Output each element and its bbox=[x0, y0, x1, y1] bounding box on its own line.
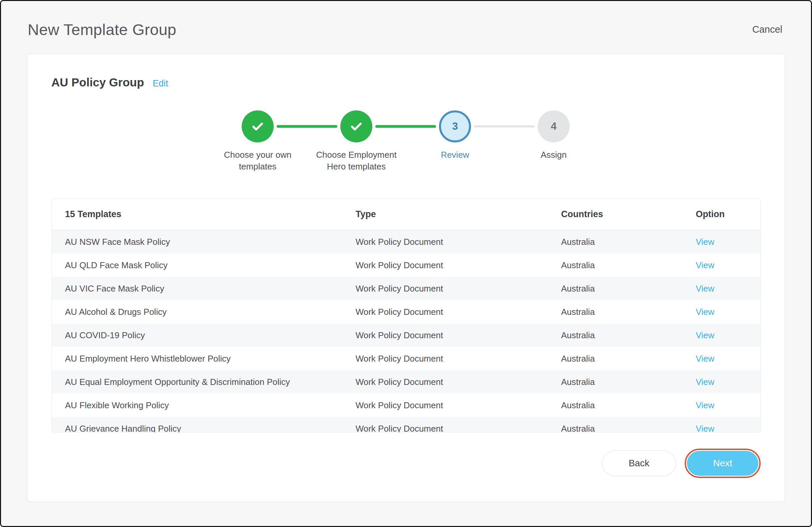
template-name: AU QLD Face Mask Policy bbox=[52, 260, 342, 271]
view-link[interactable]: View bbox=[696, 424, 714, 432]
template-type: Work Policy Document bbox=[342, 377, 548, 387]
stepper: Choose your own templates Choose Employm… bbox=[189, 110, 623, 174]
view-link[interactable]: View bbox=[696, 400, 714, 410]
app-window: New Template Group Cancel AU Policy Grou… bbox=[0, 0, 812, 527]
template-type: Work Policy Document bbox=[342, 284, 548, 294]
template-country: Australia bbox=[548, 330, 682, 341]
step-review: 3 Review bbox=[405, 110, 505, 161]
view-link[interactable]: View bbox=[696, 237, 714, 247]
header-templates-count: 15 Templates bbox=[52, 209, 342, 219]
cancel-button[interactable]: Cancel bbox=[752, 24, 782, 35]
template-name: AU Alcohol & Drugs Policy bbox=[52, 307, 342, 317]
template-name: AU VIC Face Mask Policy bbox=[52, 284, 342, 294]
templates-table: 15 Templates Type Countries Option AU NS… bbox=[51, 198, 761, 432]
group-row: AU Policy Group Edit bbox=[51, 76, 761, 89]
template-country: Australia bbox=[548, 284, 682, 294]
template-country: Australia bbox=[548, 237, 682, 247]
view-link[interactable]: View bbox=[696, 260, 714, 270]
view-link[interactable]: View bbox=[696, 284, 714, 294]
template-name: AU Employment Hero Whistleblower Policy bbox=[52, 354, 342, 364]
step-choose-own-templates: Choose your own templates bbox=[208, 110, 308, 172]
edit-link[interactable]: Edit bbox=[153, 79, 168, 89]
group-name: AU Policy Group bbox=[51, 76, 144, 89]
template-country: Australia bbox=[548, 354, 682, 364]
header-type: Type bbox=[342, 209, 548, 219]
back-button[interactable]: Back bbox=[602, 450, 676, 476]
template-country: Australia bbox=[548, 307, 682, 317]
check-icon bbox=[349, 119, 364, 134]
template-name: AU NSW Face Mask Policy bbox=[52, 237, 342, 247]
view-link[interactable]: View bbox=[696, 330, 714, 340]
template-country: Australia bbox=[548, 400, 682, 411]
step-1-label: Choose your own templates bbox=[214, 149, 301, 172]
template-type: Work Policy Document bbox=[342, 424, 548, 432]
template-type: Work Policy Document bbox=[342, 354, 548, 364]
table-body: AU NSW Face Mask Policy Work Policy Docu… bbox=[52, 230, 760, 432]
template-country: Australia bbox=[548, 260, 682, 271]
table-row: AU Equal Employment Opportunity & Discri… bbox=[52, 370, 760, 394]
next-button[interactable]: Next bbox=[687, 451, 758, 476]
template-name: AU Grievance Handling Policy bbox=[52, 424, 342, 432]
template-type: Work Policy Document bbox=[342, 330, 548, 341]
template-type: Work Policy Document bbox=[342, 237, 548, 247]
view-link[interactable]: View bbox=[696, 377, 714, 387]
template-name: AU Flexible Working Policy bbox=[52, 400, 342, 411]
template-name: AU COVID-19 Policy bbox=[52, 330, 342, 341]
step-1-complete-circle bbox=[242, 110, 274, 142]
template-country: Australia bbox=[548, 424, 682, 432]
table-header-row: 15 Templates Type Countries Option bbox=[52, 199, 760, 230]
template-type: Work Policy Document bbox=[342, 260, 548, 271]
template-name: AU Equal Employment Opportunity & Discri… bbox=[52, 377, 342, 387]
table-row: AU VIC Face Mask Policy Work Policy Docu… bbox=[52, 277, 760, 300]
step-2-label: Choose Employment Hero templates bbox=[313, 149, 400, 172]
view-link[interactable]: View bbox=[696, 354, 714, 364]
template-type: Work Policy Document bbox=[342, 400, 548, 411]
table-row: AU Alcohol & Drugs Policy Work Policy Do… bbox=[52, 300, 760, 324]
step-2-complete-circle bbox=[340, 110, 372, 142]
step-4-label: Assign bbox=[510, 149, 597, 161]
page-title: New Template Group bbox=[28, 20, 176, 39]
step-4-upcoming-circle: 4 bbox=[538, 110, 570, 142]
table-row: AU NSW Face Mask Policy Work Policy Docu… bbox=[52, 230, 760, 254]
table-row: AU QLD Face Mask Policy Work Policy Docu… bbox=[52, 254, 760, 277]
footer-actions: Back Next bbox=[51, 448, 761, 478]
step-assign: 4 Assign bbox=[504, 110, 604, 161]
table-row: AU Employment Hero Whistleblower Policy … bbox=[52, 347, 760, 370]
table-row: AU COVID-19 Policy Work Policy Document … bbox=[52, 324, 760, 347]
header-countries: Countries bbox=[548, 209, 682, 219]
template-type: Work Policy Document bbox=[342, 307, 548, 317]
table-row: AU Grievance Handling Policy Work Policy… bbox=[52, 417, 760, 432]
step-3-label: Review bbox=[412, 149, 498, 161]
check-icon bbox=[250, 119, 265, 134]
next-button-highlight-ring: Next bbox=[685, 448, 761, 478]
table-row: AU Flexible Working Policy Work Policy D… bbox=[52, 394, 760, 417]
wizard-card: AU Policy Group Edit Choose your own tem… bbox=[27, 54, 785, 502]
template-country: Australia bbox=[548, 377, 682, 387]
step-choose-eh-templates: Choose Employment Hero templates bbox=[306, 110, 406, 172]
header-option: Option bbox=[682, 209, 760, 219]
step-3-active-circle: 3 bbox=[439, 110, 471, 142]
page-header: New Template Group Cancel bbox=[1, 1, 811, 39]
view-link[interactable]: View bbox=[696, 307, 714, 317]
